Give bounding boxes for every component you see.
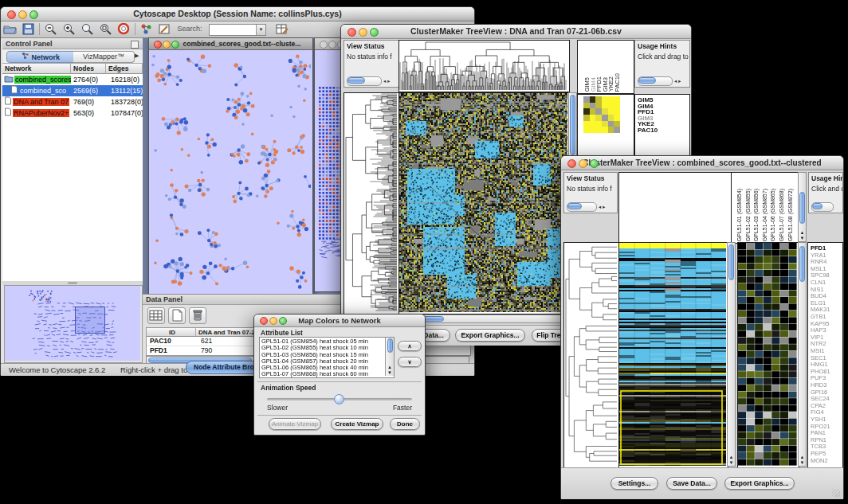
table-icon[interactable] bbox=[147, 307, 165, 324]
scroll-arrows[interactable]: ▲▼ bbox=[799, 455, 806, 466]
scrollbar-thumb[interactable] bbox=[570, 95, 575, 155]
zoom-selected-icon[interactable] bbox=[80, 23, 94, 35]
vizmapper-icon[interactable] bbox=[139, 23, 153, 35]
annotation-icon[interactable] bbox=[158, 23, 171, 35]
zoom-heatmap-canvas[interactable] bbox=[738, 243, 797, 466]
matrix-cell[interactable] bbox=[614, 103, 620, 109]
close-icon[interactable] bbox=[154, 41, 162, 49]
scroll-arrows[interactable]: ◂▸ bbox=[599, 203, 607, 212]
settings--button[interactable]: Settings... bbox=[610, 477, 658, 490]
scrollbar-thumb[interactable] bbox=[387, 338, 393, 353]
matrix-cell[interactable] bbox=[595, 127, 602, 133]
matrix-cell[interactable] bbox=[608, 108, 614, 115]
matrix-cell[interactable] bbox=[614, 115, 620, 121]
attribute-list-item[interactable]: GPL51-07 (GSM868) heat shock 60 min bbox=[261, 371, 394, 377]
save-data--button[interactable]: Save Data... bbox=[666, 477, 717, 490]
matrix-cell[interactable] bbox=[608, 96, 614, 103]
matrix-cell[interactable] bbox=[602, 127, 608, 133]
attribute-list[interactable]: GPL51-01 (GSM854) heat shock 05 minGPL51… bbox=[259, 337, 395, 378]
search-input[interactable]: ▼ bbox=[209, 24, 266, 36]
matrix-cell[interactable] bbox=[614, 121, 620, 127]
export-graphics--button[interactable]: Export Graphics... bbox=[724, 477, 795, 490]
table-row[interactable]: RNAPuberNov2+563(0)107847(0) bbox=[2, 107, 143, 119]
tab-vizmapper[interactable]: VizMapper™ bbox=[73, 51, 135, 63]
attribute-table-icon[interactable] bbox=[276, 23, 289, 35]
close-icon[interactable] bbox=[347, 28, 356, 37]
matrix-cell[interactable] bbox=[608, 115, 614, 121]
treeview1-titlebar[interactable]: ClusterMaker TreeView : DNA and Tran 07-… bbox=[341, 25, 691, 39]
tv2-zoom-heatmap-panel[interactable] bbox=[737, 242, 799, 468]
zoom-window-icon[interactable] bbox=[279, 317, 287, 325]
tv2-column-tree-area[interactable] bbox=[618, 172, 732, 244]
close-icon[interactable] bbox=[260, 317, 268, 325]
dialog-titlebar[interactable]: Map Colors to Network bbox=[254, 315, 425, 327]
close-icon[interactable] bbox=[7, 10, 16, 19]
matrix-cell[interactable] bbox=[595, 103, 602, 109]
help-lifering-icon[interactable] bbox=[117, 23, 131, 35]
resize-grip[interactable] bbox=[832, 489, 840, 497]
matrix-cell[interactable] bbox=[595, 115, 602, 121]
scrollbar-thumb[interactable] bbox=[799, 192, 805, 224]
tv2-collabel-vscrollbar[interactable]: ▲▼ bbox=[798, 172, 807, 242]
close-icon[interactable] bbox=[320, 41, 328, 49]
gene-label[interactable]: MON2 bbox=[811, 458, 828, 465]
zoom-heatmap-matrix[interactable] bbox=[583, 96, 620, 133]
matrix-cell[interactable] bbox=[583, 103, 590, 109]
scrollbar-thumb[interactable] bbox=[812, 203, 822, 209]
done-button[interactable]: Done bbox=[390, 418, 420, 430]
gene-label[interactable]: PAC10 bbox=[638, 127, 658, 135]
scroll-arrows[interactable]: ◂▸ bbox=[674, 77, 683, 86]
minimize-icon[interactable] bbox=[18, 10, 27, 19]
matrix-cell[interactable] bbox=[590, 96, 596, 103]
matrix-cell[interactable] bbox=[590, 115, 596, 121]
scrollbar-thumb[interactable] bbox=[567, 203, 582, 209]
minimize-icon[interactable] bbox=[269, 317, 277, 325]
matrix-cell[interactable] bbox=[608, 103, 614, 109]
scrollbar-thumb[interactable] bbox=[728, 244, 734, 280]
export-graphics--button[interactable]: Export Graphics... bbox=[455, 329, 525, 342]
zoom-window-icon[interactable] bbox=[590, 159, 599, 168]
matrix-cell[interactable] bbox=[614, 108, 620, 115]
new-attribute-icon[interactable] bbox=[168, 307, 186, 324]
matrix-cell[interactable] bbox=[590, 121, 596, 127]
scroll-arrows[interactable]: ◂▸ bbox=[383, 77, 392, 86]
minimize-icon[interactable] bbox=[163, 41, 171, 49]
matrix-cell[interactable] bbox=[595, 121, 602, 127]
zoom-window-icon[interactable] bbox=[171, 41, 179, 49]
matrix-cell[interactable] bbox=[583, 127, 590, 133]
network-canvas[interactable] bbox=[149, 50, 311, 294]
search-dropdown-icon[interactable]: ▼ bbox=[256, 25, 265, 35]
matrix-cell[interactable] bbox=[583, 108, 590, 115]
network-view-titlebar[interactable]: combined_scores_good.txt--cluste... bbox=[149, 38, 312, 50]
delete-attribute-icon[interactable] bbox=[189, 307, 206, 324]
minimize-icon[interactable] bbox=[579, 159, 587, 168]
tab-network[interactable]: Network bbox=[6, 51, 75, 63]
matrix-cell[interactable] bbox=[614, 127, 620, 133]
tv2-global-vscrollbar[interactable]: ▲▼ bbox=[727, 242, 736, 467]
scroll-arrows[interactable]: ▲▼ bbox=[799, 230, 806, 241]
matrix-cell[interactable] bbox=[583, 115, 590, 121]
matrix-cell[interactable] bbox=[583, 96, 590, 103]
column-header-nodes[interactable]: Nodes bbox=[71, 64, 106, 74]
save-icon[interactable] bbox=[22, 23, 35, 35]
network-overview-panel[interactable] bbox=[4, 285, 143, 363]
table-row[interactable]: DNA and Tran 07769(0)183728(0) bbox=[2, 96, 143, 107]
tv2-row-dendrogram-panel[interactable] bbox=[563, 242, 619, 468]
move-up-button[interactable]: ∧ bbox=[398, 341, 422, 351]
attribute-column-header[interactable]: ID bbox=[147, 328, 196, 337]
tv1-global-heatmap-panel[interactable] bbox=[398, 92, 570, 315]
minimize-icon[interactable] bbox=[328, 41, 336, 49]
minimize-icon[interactable] bbox=[359, 28, 367, 37]
tv1-row-dendrogram-panel[interactable] bbox=[344, 92, 399, 315]
tv2-global-heatmap-panel[interactable] bbox=[618, 242, 728, 468]
table-row[interactable]: combined_sco2569(6)13112(15) bbox=[2, 85, 143, 96]
zoom-window-icon[interactable] bbox=[29, 10, 38, 19]
matrix-cell[interactable] bbox=[608, 127, 614, 133]
matrix-cell[interactable] bbox=[602, 115, 608, 121]
attribute-list-vscrollbar[interactable]: ▲▼ bbox=[385, 338, 394, 376]
scrollbar-thumb[interactable] bbox=[347, 77, 365, 84]
float-panel-icon[interactable] bbox=[131, 41, 139, 49]
scrollbar-thumb[interactable] bbox=[638, 77, 656, 84]
slider-thumb[interactable] bbox=[334, 394, 344, 404]
matrix-cell[interactable] bbox=[614, 96, 620, 103]
